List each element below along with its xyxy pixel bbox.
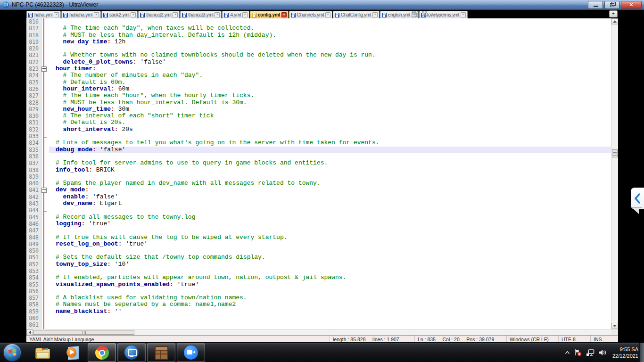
code-line[interactable] bbox=[49, 173, 611, 180]
tab-close-icon[interactable]: × bbox=[325, 12, 330, 17]
code-line[interactable]: # The number of minutes in each "day". bbox=[49, 72, 611, 79]
code-line[interactable] bbox=[49, 315, 611, 321]
tab-close-icon[interactable]: × bbox=[281, 12, 287, 17]
vertical-scrollbar-thumb[interactable] bbox=[612, 149, 618, 157]
code-line[interactable]: # The time each "hour", when the hourly … bbox=[49, 92, 611, 99]
taskbar-windows-media-player[interactable] bbox=[58, 343, 86, 362]
action-center-flag-icon[interactable] bbox=[574, 349, 582, 356]
code-line[interactable] bbox=[49, 247, 611, 254]
collapse-chevron-icon[interactable] bbox=[431, 12, 438, 16]
scroll-up-button[interactable] bbox=[611, 18, 618, 25]
code-line[interactable]: # The time each "day", when taxes will b… bbox=[49, 25, 611, 32]
code-line[interactable] bbox=[49, 288, 611, 295]
code-line[interactable]: # Default is 60m. bbox=[49, 79, 611, 86]
show-hidden-icons-button[interactable] bbox=[565, 351, 570, 354]
tab-close-icon[interactable]: × bbox=[461, 12, 466, 17]
code-line[interactable] bbox=[49, 133, 611, 140]
tab-haha.yml[interactable]: haha.yml× bbox=[26, 11, 61, 18]
show-desktop-button[interactable] bbox=[639, 343, 644, 362]
yaml-key: new_hour_time bbox=[63, 106, 111, 113]
tab-saok2.yml[interactable]: saok2.yml× bbox=[101, 11, 138, 18]
code-line[interactable] bbox=[49, 153, 611, 160]
code-line[interactable]: delete_0_plot_towns: 'false' bbox=[49, 59, 611, 66]
drag-grid-icon[interactable] bbox=[412, 11, 418, 17]
horizontal-scrollbar[interactable] bbox=[26, 329, 618, 335]
code-line[interactable]: # MUST be less than day_interval. Defaul… bbox=[49, 32, 611, 39]
taskbar-windows-explorer[interactable] bbox=[28, 343, 57, 362]
network-status-icon[interactable] bbox=[586, 349, 594, 356]
code-line[interactable]: # A blacklist used for validating town/n… bbox=[49, 295, 611, 301]
code-line[interactable]: # If true this will cause the log to be … bbox=[49, 234, 611, 241]
tab-hahaha.yml[interactable]: hahaha.yml× bbox=[61, 11, 101, 18]
taskbar-google-chrome[interactable] bbox=[88, 343, 116, 362]
code-line[interactable]: short_interval: 20s bbox=[49, 126, 611, 133]
ultraviewer-sidepanel-toggle[interactable] bbox=[631, 188, 644, 209]
code-line[interactable]: new_day_time: 12h bbox=[49, 39, 611, 45]
clock-date: 22/12/2021 bbox=[612, 353, 638, 359]
code-line[interactable]: # Sets the default size that /towny top … bbox=[49, 254, 611, 261]
fold-collapse-icon[interactable] bbox=[41, 188, 47, 193]
code-line[interactable] bbox=[49, 268, 611, 274]
vertical-scrollbar[interactable] bbox=[611, 18, 618, 329]
fullscreen-expand-icon[interactable] bbox=[421, 11, 428, 17]
scroll-left-button[interactable] bbox=[26, 329, 33, 335]
code-line[interactable]: debug_mode: 'false' bbox=[49, 147, 611, 153]
code-line[interactable]: dev_mode: bbox=[49, 187, 611, 193]
code-line[interactable]: # The interval of each "short" timer tic… bbox=[49, 113, 611, 119]
tab-close-icon[interactable]: × bbox=[54, 12, 59, 17]
code-line[interactable]: # Default is 20s. bbox=[49, 119, 611, 126]
code-line[interactable]: name_blacklist: '' bbox=[49, 308, 611, 315]
code-line[interactable]: logging: 'true' bbox=[49, 221, 611, 227]
text-editing-area[interactable]: # The time each "day", when taxes will b… bbox=[49, 18, 611, 329]
fold-collapse-icon[interactable] bbox=[41, 66, 47, 72]
tab-close-icon[interactable]: × bbox=[94, 12, 99, 17]
horizontal-scrollbar-thumb[interactable] bbox=[33, 330, 134, 335]
code-line[interactable]: # Lots of messages to tell you what's go… bbox=[49, 140, 611, 146]
status-doc-type: YAML Ain't Markup Language bbox=[26, 336, 330, 343]
tab-close-icon[interactable]: × bbox=[372, 12, 378, 17]
code-line[interactable]: new_hour_time: 30m bbox=[49, 106, 611, 113]
code-line[interactable]: enable: 'false' bbox=[49, 194, 611, 200]
line-number: 824 bbox=[26, 72, 41, 79]
volume-speaker-icon[interactable] bbox=[599, 349, 606, 356]
code-line[interactable] bbox=[49, 18, 611, 25]
close-button[interactable]: ✕ bbox=[621, 1, 642, 9]
scroll-down-button[interactable] bbox=[611, 323, 618, 329]
tab-Channels.yml[interactable]: Channels.yml× bbox=[289, 11, 332, 18]
tab-close-icon[interactable]: × bbox=[131, 12, 136, 17]
restore-button[interactable] bbox=[604, 1, 619, 9]
code-line[interactable]: hour_timer: bbox=[49, 66, 611, 72]
tab-thancat3.yml[interactable]: thancat3.yml× bbox=[180, 11, 222, 18]
code-line[interactable]: reset_log_on_boot: 'true' bbox=[49, 241, 611, 247]
taskbar-ultraviewer[interactable] bbox=[117, 343, 146, 362]
tab-ChatConfig.yml[interactable]: ChatConfig.yml× bbox=[333, 11, 380, 18]
code-line[interactable]: hour_interval: 60m bbox=[49, 86, 611, 92]
code-line[interactable]: # Whether towns with no claimed townbloc… bbox=[49, 52, 611, 58]
code-line[interactable]: dev_name: ElgarL bbox=[49, 200, 611, 207]
code-line[interactable] bbox=[49, 227, 611, 234]
code-line[interactable]: # Info tool for server admins to use to … bbox=[49, 160, 611, 166]
taskbar-clock[interactable]: 9:55 SA 22/12/2021 bbox=[612, 346, 638, 359]
tab-config.yml[interactable]: config.yml× bbox=[250, 11, 289, 18]
taskbar-zoom[interactable] bbox=[177, 343, 205, 362]
taskbar-minecraft[interactable] bbox=[147, 343, 175, 362]
code-line[interactable]: # Spams the player named in dev_name wit… bbox=[49, 180, 611, 187]
tab-close-icon[interactable]: × bbox=[215, 12, 220, 17]
start-button[interactable] bbox=[4, 344, 21, 361]
code-line[interactable] bbox=[49, 207, 611, 214]
code-line[interactable]: # If enabled, particles will appear arou… bbox=[49, 274, 611, 281]
new-tab-button[interactable]: + bbox=[609, 10, 618, 17]
minimize-button[interactable] bbox=[588, 1, 603, 9]
code-line[interactable]: # Record all messages to the towny.log bbox=[49, 214, 611, 221]
code-line[interactable]: visualized_spawn_points_enabled: 'true' bbox=[49, 281, 611, 288]
code-line[interactable] bbox=[49, 321, 611, 328]
code-line[interactable]: # Names must be seperated by a comma: na… bbox=[49, 301, 611, 308]
tab-thancat2.yml[interactable]: thancat2.yml× bbox=[138, 11, 180, 18]
tab-close-icon[interactable]: × bbox=[173, 12, 178, 17]
tab-4.yml[interactable]: 4.yml× bbox=[222, 11, 249, 18]
code-line[interactable]: towny_top_size: '10' bbox=[49, 261, 611, 268]
code-line[interactable]: info_tool: BRICK bbox=[49, 167, 611, 173]
code-line[interactable] bbox=[49, 45, 611, 52]
code-line[interactable]: # MUST be less than hour_interval. Defau… bbox=[49, 99, 611, 106]
tab-close-icon[interactable]: × bbox=[242, 12, 248, 17]
